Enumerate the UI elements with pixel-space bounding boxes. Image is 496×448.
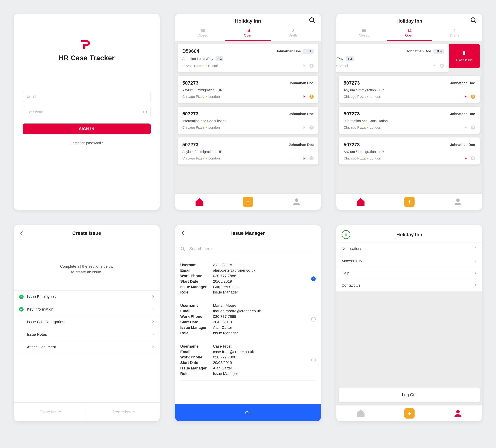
manager-item[interactable]: UsernameAlan Carter Emailalan.carter@cro… bbox=[180, 258, 316, 299]
manager-item[interactable]: UsernameMarian Moore Emailmarian.moore@c… bbox=[180, 299, 316, 340]
tab-open[interactable]: 14 Open bbox=[225, 27, 271, 41]
case-card[interactable]: 507273 Johnathan Doe Asylum / Immigratio… bbox=[339, 76, 480, 103]
password-field[interactable] bbox=[23, 107, 151, 117]
nav-profile-icon[interactable] bbox=[453, 197, 463, 207]
check-icon bbox=[19, 294, 24, 299]
close-issue-swipe[interactable]: Close Issue bbox=[449, 44, 480, 68]
nav-add-button[interactable] bbox=[404, 197, 415, 207]
svg-point-13 bbox=[181, 247, 184, 250]
back-icon[interactable] bbox=[180, 231, 186, 236]
chevron-right-icon bbox=[151, 294, 155, 299]
case-category: Information and Consultation bbox=[343, 119, 388, 123]
section-row[interactable]: Issue Call Catergories bbox=[14, 316, 160, 328]
settings-row[interactable]: Accessibility bbox=[336, 255, 482, 267]
case-location: Pizza Express•Bristol bbox=[336, 64, 348, 68]
settings-screen: H Holiday Inn Notifications Accessibilit… bbox=[336, 225, 482, 421]
nav-profile-icon[interactable] bbox=[453, 408, 463, 418]
tab-drafts[interactable]: 2 Drafts bbox=[271, 27, 316, 41]
case-card[interactable]: 507273 Johnathan Doe Information and Con… bbox=[178, 107, 319, 134]
mgr-role: Issue Manager bbox=[213, 330, 238, 336]
create-issue-button[interactable]: Create Issue bbox=[87, 402, 160, 421]
issue-list-screen: Holiday Inn 55 Closed 14 Open 2 bbox=[175, 14, 321, 210]
assignee-name: Johnathan Doe bbox=[450, 81, 475, 85]
close-issue-label: Close Issue bbox=[456, 58, 472, 62]
app-title: HR Case Tracker bbox=[59, 54, 115, 62]
assignee-name: Johnathan Doe bbox=[289, 81, 314, 85]
nav-add-button[interactable] bbox=[404, 408, 415, 418]
tab-open[interactable]: 14 Open bbox=[387, 27, 432, 41]
issue-list-screen-swiped: Holiday Inn 55 Closed 14 Open 2 bbox=[336, 14, 482, 210]
flag-icon bbox=[303, 64, 307, 68]
forgotten-password-link[interactable]: Forgotten password? bbox=[23, 141, 151, 145]
sign-in-button[interactable]: SIGN IN bbox=[23, 124, 151, 134]
chevron-right-icon bbox=[474, 271, 477, 275]
radio-unselected[interactable] bbox=[311, 317, 316, 322]
nav-home-icon[interactable] bbox=[356, 197, 366, 207]
section-row[interactable]: Issue Notes bbox=[14, 328, 160, 341]
case-id: 507273 bbox=[343, 80, 360, 86]
assignee-name: Johnathan Doe bbox=[289, 112, 314, 116]
nav-home-icon[interactable] bbox=[356, 408, 366, 418]
case-location: Chicago Pizza•London bbox=[182, 156, 220, 160]
case-id: 507273 bbox=[182, 142, 198, 147]
tab-closed[interactable]: 55 Closed bbox=[180, 27, 225, 41]
radio-selected[interactable] bbox=[311, 277, 316, 281]
section-row[interactable]: Issue Employees bbox=[14, 291, 160, 303]
flag-icon bbox=[433, 64, 437, 68]
settings-row[interactable]: Notifications bbox=[336, 243, 482, 255]
radio-unselected[interactable] bbox=[311, 358, 316, 362]
case-location: Chicago Pizza•London bbox=[182, 95, 220, 99]
case-location: Chicago Pizza•London bbox=[343, 125, 381, 129]
show-password-icon[interactable] bbox=[143, 110, 147, 114]
tab-closed[interactable]: 55 Closed bbox=[341, 27, 387, 41]
ok-button[interactable]: Ok bbox=[175, 404, 321, 421]
mgr-email: marian.moore@croner.co.uk bbox=[213, 308, 261, 314]
case-id: 507273 bbox=[182, 111, 198, 117]
mgr-username: Case Frost bbox=[213, 344, 232, 349]
search-input[interactable] bbox=[188, 245, 316, 253]
case-card[interactable]: D59604 Johnathan Doe +3 Adoption Leave/P… bbox=[178, 44, 319, 72]
search-icon bbox=[180, 247, 185, 251]
flag-icon bbox=[464, 95, 468, 98]
case-category: Asylum / Immigration - HR bbox=[343, 150, 384, 154]
brand-name: Holiday Inn bbox=[336, 232, 482, 237]
svg-line-3 bbox=[313, 21, 315, 23]
extra-categories-chip: + 2 bbox=[216, 56, 224, 61]
case-category: Adoption Leave/Pay bbox=[336, 57, 343, 61]
assignee-name: Johnathan Doe bbox=[406, 49, 431, 53]
manager-item[interactable]: UsernameCase Frost Emailcase.frost@crone… bbox=[180, 340, 316, 381]
nav-profile-icon[interactable] bbox=[291, 197, 302, 207]
settings-row[interactable]: Contact Us bbox=[336, 279, 482, 292]
flag-icon bbox=[303, 156, 307, 160]
case-card[interactable]: 507273 Johnathan Doe Asylum / Immigratio… bbox=[339, 138, 480, 165]
case-card[interactable]: 507273 Johnathan Doe Information and Con… bbox=[339, 107, 480, 134]
payment-icon: S bbox=[440, 64, 444, 68]
tab-drafts[interactable]: 2 Drafts bbox=[432, 27, 477, 41]
case-card[interactable]: 507273 Johnathan Doe Asylum / Immigratio… bbox=[178, 138, 319, 165]
mgr-start: 20/05/2019 bbox=[213, 319, 232, 325]
nav-home-icon[interactable] bbox=[194, 197, 205, 207]
search-icon[interactable] bbox=[309, 17, 316, 24]
email-field[interactable] bbox=[23, 91, 151, 102]
mgr-phone: 020 777 7888 bbox=[213, 314, 236, 319]
payment-icon: S bbox=[310, 64, 314, 68]
search-icon[interactable] bbox=[470, 17, 477, 24]
mgr-start: 20/05/2019 bbox=[213, 279, 232, 284]
create-issue-screen: Create Issue Complete all the sections b… bbox=[14, 225, 160, 421]
settings-row[interactable]: Help bbox=[336, 267, 482, 279]
case-card[interactable]: D59604 Johnathan Doe +3 Adoption Leave/P… bbox=[336, 44, 449, 72]
mgr-username: Marian Moore bbox=[213, 303, 236, 308]
payment-icon: S bbox=[310, 94, 314, 99]
section-row[interactable]: Attach Document bbox=[14, 341, 160, 354]
case-location: Pizza Express•Bristol bbox=[182, 64, 218, 68]
nav-add-button[interactable] bbox=[243, 197, 253, 207]
log-out-button[interactable]: Log Out bbox=[339, 387, 480, 402]
chevron-right-icon bbox=[151, 307, 155, 312]
back-icon[interactable] bbox=[19, 231, 24, 236]
payment-icon: S bbox=[471, 125, 475, 129]
case-card[interactable]: 507273 Johnathan Doe Asylum / Immigratio… bbox=[178, 76, 319, 103]
case-location: Chicago Pizza•London bbox=[343, 95, 381, 99]
svg-line-5 bbox=[474, 21, 476, 23]
close-issue-button[interactable]: Close Issue bbox=[14, 402, 87, 421]
section-row[interactable]: Key Information bbox=[14, 303, 160, 316]
